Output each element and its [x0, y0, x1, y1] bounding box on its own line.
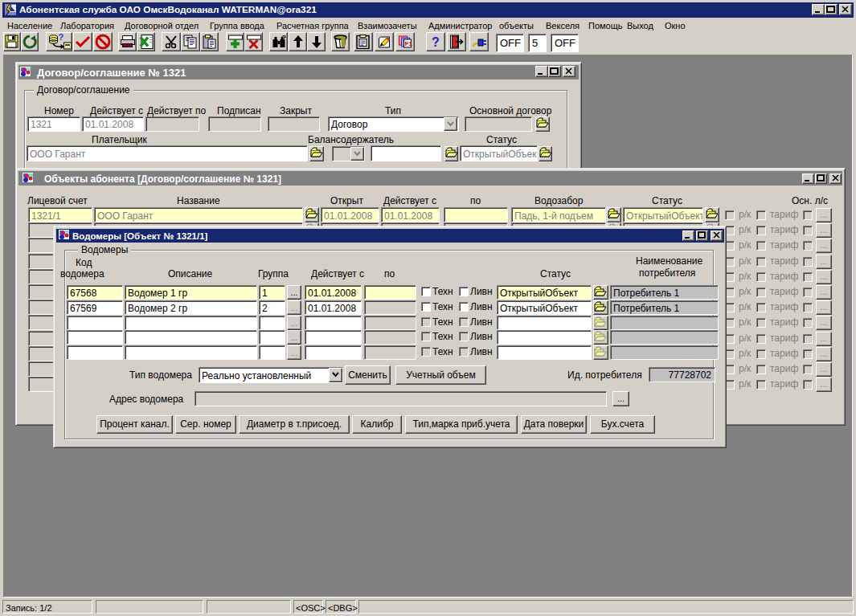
- svg-text:?: ?: [58, 34, 63, 42]
- svg-text:?: ?: [281, 35, 286, 42]
- svg-text:?: ?: [432, 35, 440, 49]
- svg-text:F1: F1: [405, 40, 413, 47]
